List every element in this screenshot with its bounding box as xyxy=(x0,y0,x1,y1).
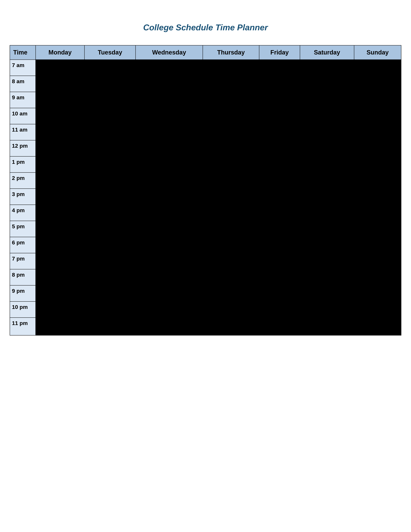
schedule-cell[interactable] xyxy=(259,140,300,156)
schedule-cell[interactable] xyxy=(136,124,203,140)
schedule-cell[interactable] xyxy=(203,237,259,253)
schedule-cell[interactable] xyxy=(300,253,354,269)
schedule-cell[interactable] xyxy=(136,156,203,172)
schedule-cell[interactable] xyxy=(36,108,84,124)
schedule-cell[interactable] xyxy=(259,221,300,237)
schedule-cell[interactable] xyxy=(259,124,300,140)
schedule-cell[interactable] xyxy=(354,156,401,172)
schedule-cell[interactable] xyxy=(203,285,259,302)
schedule-cell[interactable] xyxy=(136,269,203,285)
schedule-cell[interactable] xyxy=(203,302,259,318)
schedule-cell[interactable] xyxy=(354,302,401,318)
schedule-cell[interactable] xyxy=(259,253,300,269)
schedule-cell[interactable] xyxy=(300,285,354,302)
schedule-cell[interactable] xyxy=(203,253,259,269)
schedule-cell[interactable] xyxy=(36,76,84,92)
schedule-cell[interactable] xyxy=(36,60,84,76)
schedule-cell[interactable] xyxy=(84,156,135,172)
schedule-cell[interactable] xyxy=(136,253,203,269)
schedule-cell[interactable] xyxy=(84,172,135,189)
schedule-cell[interactable] xyxy=(136,92,203,108)
schedule-cell[interactable] xyxy=(84,285,135,302)
schedule-cell[interactable] xyxy=(84,302,135,318)
schedule-cell[interactable] xyxy=(36,172,84,189)
schedule-cell[interactable] xyxy=(354,318,401,335)
schedule-cell[interactable] xyxy=(136,189,203,205)
schedule-cell[interactable] xyxy=(259,60,300,76)
schedule-cell[interactable] xyxy=(36,221,84,237)
schedule-cell[interactable] xyxy=(354,269,401,285)
schedule-cell[interactable] xyxy=(300,237,354,253)
schedule-cell[interactable] xyxy=(136,76,203,92)
schedule-cell[interactable] xyxy=(354,76,401,92)
schedule-cell[interactable] xyxy=(84,60,135,76)
schedule-cell[interactable] xyxy=(300,76,354,92)
schedule-cell[interactable] xyxy=(203,60,259,76)
schedule-cell[interactable] xyxy=(84,76,135,92)
schedule-cell[interactable] xyxy=(84,269,135,285)
schedule-cell[interactable] xyxy=(36,205,84,221)
schedule-cell[interactable] xyxy=(84,189,135,205)
schedule-cell[interactable] xyxy=(259,302,300,318)
schedule-cell[interactable] xyxy=(354,172,401,189)
schedule-cell[interactable] xyxy=(259,92,300,108)
schedule-cell[interactable] xyxy=(136,172,203,189)
schedule-cell[interactable] xyxy=(259,269,300,285)
schedule-cell[interactable] xyxy=(136,221,203,237)
schedule-cell[interactable] xyxy=(84,205,135,221)
schedule-cell[interactable] xyxy=(136,237,203,253)
schedule-cell[interactable] xyxy=(36,124,84,140)
schedule-cell[interactable] xyxy=(203,318,259,335)
schedule-cell[interactable] xyxy=(354,237,401,253)
schedule-cell[interactable] xyxy=(36,140,84,156)
schedule-cell[interactable] xyxy=(354,124,401,140)
schedule-cell[interactable] xyxy=(84,140,135,156)
schedule-cell[interactable] xyxy=(136,318,203,335)
schedule-cell[interactable] xyxy=(203,205,259,221)
schedule-cell[interactable] xyxy=(203,92,259,108)
schedule-cell[interactable] xyxy=(259,108,300,124)
schedule-cell[interactable] xyxy=(84,108,135,124)
schedule-cell[interactable] xyxy=(259,285,300,302)
schedule-cell[interactable] xyxy=(354,140,401,156)
schedule-cell[interactable] xyxy=(84,237,135,253)
schedule-cell[interactable] xyxy=(36,92,84,108)
schedule-cell[interactable] xyxy=(84,124,135,140)
schedule-cell[interactable] xyxy=(354,285,401,302)
schedule-cell[interactable] xyxy=(203,189,259,205)
schedule-cell[interactable] xyxy=(259,189,300,205)
schedule-cell[interactable] xyxy=(300,124,354,140)
schedule-cell[interactable] xyxy=(84,221,135,237)
schedule-cell[interactable] xyxy=(36,156,84,172)
schedule-cell[interactable] xyxy=(300,92,354,108)
schedule-cell[interactable] xyxy=(300,60,354,76)
schedule-cell[interactable] xyxy=(354,253,401,269)
schedule-cell[interactable] xyxy=(300,302,354,318)
schedule-cell[interactable] xyxy=(354,205,401,221)
schedule-cell[interactable] xyxy=(259,172,300,189)
schedule-cell[interactable] xyxy=(36,318,84,335)
schedule-cell[interactable] xyxy=(354,108,401,124)
schedule-cell[interactable] xyxy=(354,92,401,108)
schedule-cell[interactable] xyxy=(203,172,259,189)
schedule-cell[interactable] xyxy=(259,237,300,253)
schedule-cell[interactable] xyxy=(136,140,203,156)
schedule-cell[interactable] xyxy=(259,205,300,221)
schedule-cell[interactable] xyxy=(203,76,259,92)
schedule-cell[interactable] xyxy=(136,285,203,302)
schedule-cell[interactable] xyxy=(36,302,84,318)
schedule-cell[interactable] xyxy=(300,221,354,237)
schedule-cell[interactable] xyxy=(136,108,203,124)
schedule-cell[interactable] xyxy=(354,60,401,76)
schedule-cell[interactable] xyxy=(136,60,203,76)
schedule-cell[interactable] xyxy=(354,221,401,237)
schedule-cell[interactable] xyxy=(203,269,259,285)
schedule-cell[interactable] xyxy=(300,108,354,124)
schedule-cell[interactable] xyxy=(259,318,300,335)
schedule-cell[interactable] xyxy=(203,156,259,172)
schedule-cell[interactable] xyxy=(300,140,354,156)
schedule-cell[interactable] xyxy=(300,189,354,205)
schedule-cell[interactable] xyxy=(203,221,259,237)
schedule-cell[interactable] xyxy=(136,302,203,318)
schedule-cell[interactable] xyxy=(203,140,259,156)
